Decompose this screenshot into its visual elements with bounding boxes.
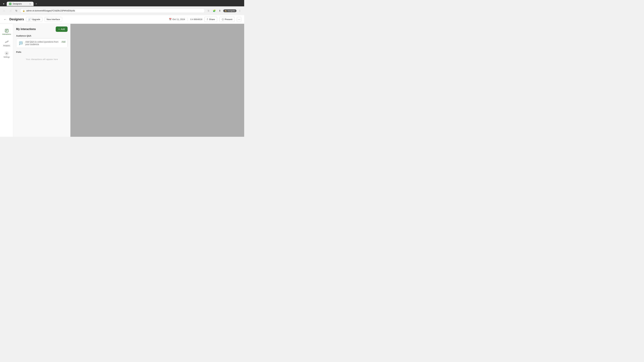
content-area: Start from scratch by clicking on + + Ad… [70,24,244,137]
sidebar: Interactions Analytics Settings ? [0,24,14,137]
menu-btn[interactable]: ⋮ [238,8,242,13]
back-nav-btn[interactable]: ← [2,8,7,13]
bookmark-btn[interactable]: ☆ [206,8,211,13]
analytics-label: Analytics [3,45,10,46]
upgrade-label: Upgrade [32,18,40,21]
tab-list-btn[interactable]: ▼ [1,1,6,6]
app-container: ← Designers 🛒 Upgrade New interface 📅 Oc… [0,15,244,137]
forward-nav-btn[interactable]: → [8,8,13,13]
header-id: ℹ # 8664816 [190,18,202,21]
present-btn[interactable]: ⬡ Present [219,17,235,22]
sidebar-item-interactions[interactable]: Interactions [1,26,12,37]
app-header: ← Designers 🛒 Upgrade New interface 📅 Oc… [0,15,244,24]
main-content: Interactions Analytics Settings ? [0,24,244,137]
browser-tabs: ▼ S Designers ✕ + [0,0,244,6]
interactions-icon [5,29,9,33]
svg-point-5 [20,43,21,43]
add-label: Add [61,28,65,30]
present-label: Present [225,18,232,21]
browser-chrome: ▼ S Designers ✕ + ← → ↻ 🔒 admin.sli.do/e… [0,0,244,15]
browser-nav: ← → ↻ 🔒 admin.sli.do/event/8GoqgeqYCVaD6… [0,6,244,15]
sidebar-item-analytics[interactable]: Analytics [1,38,12,49]
panel-title: My interactions [16,28,54,31]
tab-title: Designers [13,3,22,5]
calendar-icon: 📅 [169,18,172,21]
svg-point-6 [21,43,21,43]
download-btn[interactable]: ⬇ [218,8,222,13]
url-text: admin.sli.do/event/8GoqgeqYCVaD6c1SPMVoE… [26,9,75,12]
qa-description: Add Q&A to collect questions from your a… [25,40,60,45]
app-title: Designers [10,17,24,21]
present-icon: ⬡ [222,18,224,21]
date-text: Oct 11, 2024 [172,18,185,21]
incognito-label: Incognito [228,10,235,12]
share-btn[interactable]: ⤴ Share [204,17,217,22]
active-tab[interactable]: S Designers ✕ [7,2,34,6]
nav-right-actions: ☆ 🧩 ⬇ 🕵 Incognito ⋮ [206,8,242,13]
interactions-label: Interactions [2,33,11,35]
tab-favicon: S [9,3,12,5]
extensions-btn[interactable]: 🧩 [212,8,216,13]
panel-add-btn[interactable]: + Add [56,26,68,32]
qa-add-btn[interactable]: Add [62,40,66,43]
panel-header: My interactions + Add [14,24,70,33]
qa-text-content: Add Q&A to collect questions from your a… [25,40,60,45]
audience-qa-section: Audience Q&A Add Q&A to collect question… [14,33,70,49]
interactions-panel: My interactions + Add Audience Q&A [14,24,70,137]
new-tab-btn[interactable]: + [34,2,38,6]
back-btn[interactable]: ← [3,17,8,22]
audience-qa-title: Audience Q&A [16,34,68,37]
upgrade-btn[interactable]: 🛒 Upgrade [26,17,42,22]
share-icon: ⤴ [207,18,208,21]
address-bar[interactable]: 🔒 admin.sli.do/event/8GoqgeqYCVaD6c1SPMV… [20,8,205,13]
polls-section: Polls Your interactions will appear here [14,49,70,65]
polls-title: Polls [16,51,68,53]
more-options-btn[interactable]: ··· [237,17,242,22]
qa-card[interactable]: Add Q&A to collect questions from your a… [16,38,68,48]
svg-point-4 [6,53,7,54]
qa-card-icon [18,40,24,46]
empty-polls-text: Your interactions will appear here [16,55,68,64]
new-interface-label: New interface [46,18,60,21]
event-id-text: # 8664816 [192,18,202,21]
plus-icon: + [58,28,60,30]
lock-icon: 🔒 [23,10,25,12]
header-date: 📅 Oct 11, 2024 [169,18,185,21]
info-icon: ℹ [190,18,191,21]
analytics-icon [5,40,9,44]
incognito-badge: 🕵 Incognito [223,9,236,12]
new-interface-btn[interactable]: New interface [44,17,62,22]
tab-close-btn[interactable]: ✕ [29,3,31,5]
svg-point-7 [21,43,22,43]
modal-overlay[interactable]: Add new interaction Collect questions fr… [70,24,244,137]
upgrade-icon: 🛒 [28,18,31,21]
share-label: Share [209,18,215,21]
settings-icon [5,51,9,55]
settings-label: Settings [4,56,10,58]
refresh-btn[interactable]: ↻ [14,8,19,13]
sidebar-item-settings[interactable]: Settings [1,49,12,60]
